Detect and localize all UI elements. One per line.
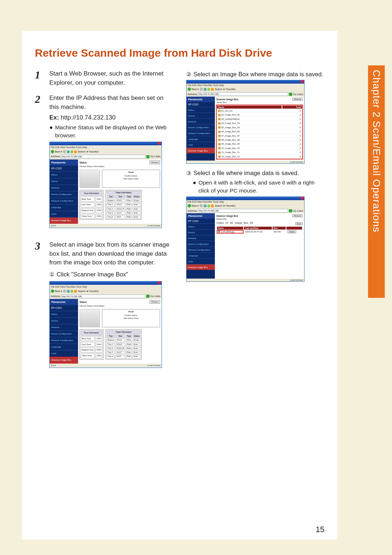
page-title: Retrieve Scanned Image from Hard Disk Dr… (35, 47, 324, 59)
step-3-number: 3 (35, 240, 44, 374)
address-input[interactable] (61, 155, 146, 158)
reload-button[interactable]: Reload (150, 161, 160, 165)
image-box-row[interactable]: 07_Image_Box_070 (217, 134, 302, 138)
index-heading: Index of 02_Image_Box_02 (216, 222, 253, 224)
image-box-row[interactable]: 06_Image_Box_060 (217, 130, 302, 133)
image-box-row[interactable]: 08_Image_Box_080 (217, 138, 302, 142)
example-label: Ex: (49, 114, 59, 121)
file-row[interactable]: 🖼 1-04-2005.jpg 2005-01-04 07:33 550 KB … (217, 230, 302, 233)
example-value: http://10.74.232.130 (61, 114, 115, 121)
substep-2-marker: ② (186, 71, 191, 78)
nav-status[interactable]: Status (50, 171, 78, 178)
browser-screenshot-box-list: File Edit View Favorites Tools Help Back… (186, 80, 305, 164)
step-2-bullet: Machine Status will be displayed on the … (55, 123, 173, 139)
forward-icon (63, 150, 66, 153)
image-box-row[interactable]: 01_test_btn0 (217, 109, 302, 113)
right-column: ② Select an Image Box where image data i… (186, 69, 324, 380)
chapter-side-tab: Chapter 2 Scan/Email Operations (368, 65, 385, 298)
substep-1-marker: ① (49, 270, 54, 279)
image-box-row[interactable]: 03_1234567890120 (217, 118, 302, 121)
browser-screenshot-status: File Edit View Favorites Tools Help Back… (49, 142, 162, 228)
side-nav: Status Device Network Device Configurati… (50, 171, 78, 224)
substep-3-bullet: Open it with a left-click, and save it w… (199, 179, 324, 194)
substep-3-text: Select a file where image data is saved. (193, 170, 299, 177)
browser-toolbar: Back ▾ Search ★ Favorites (50, 149, 162, 154)
image-file-icon: 🖼 (218, 231, 220, 233)
reload-button[interactable]: Reload (150, 300, 160, 304)
file-table: NameLast modifiedSize 🖼 1-04-2005.jpg 20… (216, 226, 303, 234)
left-column: 1 Start a Web Browser, such as the Inter… (35, 69, 173, 380)
close-icon (158, 142, 161, 145)
folder-icon (218, 110, 221, 112)
bullet-icon: ● (193, 179, 196, 194)
go-icon (146, 155, 150, 158)
nav-links[interactable]: Links (50, 211, 78, 217)
nav-scanner-box[interactable]: Scanner Image Box (50, 217, 78, 224)
browser-menu: File Edit View Favorites Tools Help (50, 145, 162, 149)
status-subtitle: Device Status Information (79, 165, 160, 168)
nav-network[interactable]: Network (50, 185, 78, 191)
status-title: Status (79, 161, 160, 164)
back-icon (51, 289, 54, 293)
image-box-table: NameTotal 01_test_btn0 02_Image_Box_021 … (216, 105, 303, 159)
close-icon (158, 281, 161, 284)
step-1-text: Start a Web Browser, such as the Interne… (49, 69, 173, 87)
nav-device[interactable]: Device (50, 178, 78, 185)
page-body: Retrieve Scanned Image from Hard Disk Dr… (22, 31, 338, 539)
image-box-row[interactable]: 11_Image_Box_110 (217, 151, 302, 154)
stop-icon (67, 150, 70, 153)
step-2-text: Enter the IP Address that has been set o… (49, 94, 173, 112)
printer-image (79, 170, 100, 188)
image-box-row[interactable]: 02_Image_Box_021 (217, 113, 302, 117)
browser-screenshot-scanner-nav: File Edit View Favorites Tools Help Back… (49, 281, 162, 368)
paper-table: Paper Information TraySizeTypeStatus Byp… (106, 190, 142, 220)
address-input[interactable] (198, 209, 289, 212)
address-input[interactable] (198, 92, 289, 96)
nav-scanner-box-highlighted[interactable]: Scanner Image Box (50, 357, 78, 364)
brand-logo: Panasonic (50, 159, 78, 166)
image-box-row[interactable]: 10_Image_Box_100 (217, 147, 302, 150)
panel-box: Panel Confirm status, then press Close (102, 170, 160, 188)
step-3: 3 Select an image box from its scanner i… (35, 240, 173, 374)
delete-button[interactable]: Delete (287, 230, 296, 233)
home-icon (74, 150, 77, 153)
image-box-row[interactable]: 05_Image_Box_050 (217, 126, 302, 129)
step-1: 1 Start a Web Browser, such as the Inter… (35, 69, 173, 87)
substep-3-marker: ③ (186, 170, 191, 177)
image-box-row[interactable]: 09_Image_Box_090 (217, 142, 302, 146)
reload-button[interactable]: Reload (292, 214, 303, 217)
model-label: DP-C322 (50, 166, 78, 171)
nav-network-config[interactable]: Network Configuration (50, 198, 78, 204)
image-box-row[interactable]: 04_Image_Box_040 (217, 122, 302, 125)
address-label: Address (51, 155, 60, 158)
reload-button[interactable]: Reload (292, 98, 303, 101)
step-3-text: Select an image box from its scanner ima… (49, 240, 173, 267)
back-icon (51, 150, 54, 153)
substep-1-text: Click "Scanner Image Box" (57, 270, 128, 279)
back-button[interactable]: Back (295, 222, 303, 225)
substep-2-text: Select an Image Box where image data is … (193, 71, 323, 78)
nav-language[interactable]: Language (50, 204, 78, 211)
bullet-icon: ● (49, 123, 53, 139)
refresh-icon (70, 150, 73, 153)
address-input[interactable] (61, 295, 146, 298)
step-2-number: 2 (35, 94, 44, 234)
image-box-row[interactable]: 12_Image_Box_120 (217, 155, 302, 158)
nav-device-config[interactable]: Device Configuration (50, 191, 78, 198)
step-1-number: 1 (35, 69, 44, 87)
browser-screenshot-file-list: File Edit View Favorites Tools Help Back… (186, 197, 305, 282)
step-2: 2 Enter the IP Address that has been set… (35, 94, 173, 234)
toner-table: Toner Information Black Toner100% Cyan T… (79, 190, 103, 220)
page-number: 15 (316, 525, 324, 534)
